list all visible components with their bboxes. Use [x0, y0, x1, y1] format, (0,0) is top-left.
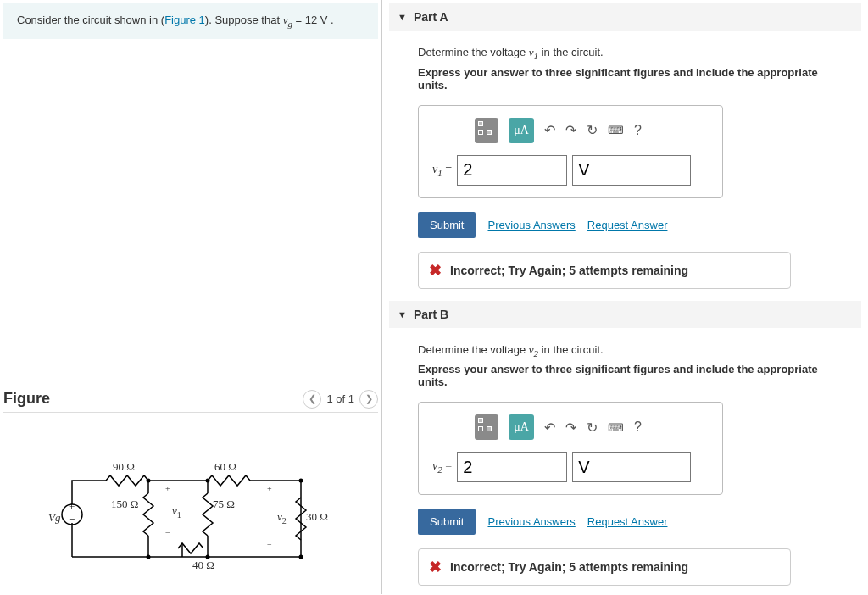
part-a-feedback: ✖ Incorrect; Try Again; 5 attempts remai… [418, 252, 791, 289]
svg-point-3 [147, 478, 151, 482]
part-b-var-label: v2 = [432, 459, 452, 475]
part-b-prompt: Determine the voltage v2 in the circuit. [418, 343, 844, 359]
incorrect-icon: ✖ [429, 261, 442, 280]
part-b-title: Part B [414, 308, 448, 321]
part-a-submit-button[interactable]: Submit [418, 212, 476, 238]
svg-text:−: − [69, 513, 75, 525]
problem-statement: Consider the circuit shown in (Figure 1)… [3, 3, 378, 39]
caret-down-icon: ▼ [398, 12, 407, 22]
undo-icon[interactable]: ↶ [544, 122, 555, 138]
part-b-submit-button[interactable]: Submit [418, 509, 476, 535]
part-a-instruction: Express your answer to three significant… [418, 66, 844, 92]
templates-icon[interactable] [475, 118, 498, 143]
part-a-request-answer-link[interactable]: Request Answer [587, 219, 668, 231]
part-b-header[interactable]: ▼ Part B [389, 301, 861, 328]
svg-point-8 [299, 554, 303, 559]
caret-down-icon: ▼ [398, 309, 407, 320]
svg-point-7 [299, 478, 303, 482]
part-b-answer-box: μA ↶ ↷ ↻ ⌨ ? v2 = [418, 402, 723, 495]
figure-link[interactable]: Figure 1 [164, 14, 205, 26]
part-b-feedback: ✖ Incorrect; Try Again; 5 attempts remai… [418, 548, 791, 586]
problem-text: Consider the circuit shown in ( [17, 14, 164, 26]
reset-icon[interactable]: ↻ [587, 420, 598, 436]
svg-point-5 [147, 554, 151, 559]
part-b-value-input[interactable] [457, 452, 567, 482]
part-b-previous-answers-link[interactable]: Previous Answers [487, 515, 575, 528]
help-icon[interactable]: ? [634, 123, 642, 138]
part-a-unit-input[interactable] [572, 155, 691, 186]
part-a-var-label: v1 = [432, 163, 452, 178]
figure-prev-button[interactable]: ❮ [303, 390, 321, 409]
part-a-value-input[interactable] [457, 155, 567, 186]
keyboard-icon[interactable]: ⌨ [608, 124, 624, 136]
part-b-request-answer-link[interactable]: Request Answer [587, 515, 668, 528]
part-a-answer-box: μA ↶ ↷ ↻ ⌨ ? v1 = [418, 105, 723, 198]
units-icon[interactable]: μA [509, 118, 534, 143]
help-icon[interactable]: ? [634, 420, 642, 435]
keyboard-icon[interactable]: ⌨ [608, 421, 624, 434]
part-b-instruction: Express your answer to three significant… [418, 363, 844, 388]
figure-next-button[interactable]: ❯ [359, 390, 378, 409]
circuit-diagram: + − [47, 464, 335, 582]
undo-icon[interactable]: ↶ [544, 420, 555, 436]
part-a-header[interactable]: ▼ Part A [389, 3, 861, 31]
part-a-prompt: Determine the voltage v1 in the circuit. [418, 46, 844, 61]
redo-icon[interactable]: ↷ [565, 122, 576, 138]
reset-icon[interactable]: ↻ [587, 122, 598, 138]
incorrect-icon: ✖ [429, 558, 442, 576]
figure-title: Figure [3, 390, 50, 408]
part-a-previous-answers-link[interactable]: Previous Answers [487, 219, 575, 231]
svg-point-4 [206, 478, 210, 482]
redo-icon[interactable]: ↷ [565, 420, 576, 436]
units-icon[interactable]: μA [509, 414, 534, 440]
templates-icon[interactable] [475, 414, 498, 440]
part-a-title: Part A [414, 10, 448, 24]
figure-pager-text: 1 of 1 [326, 392, 354, 405]
part-b-unit-input[interactable] [572, 452, 691, 482]
